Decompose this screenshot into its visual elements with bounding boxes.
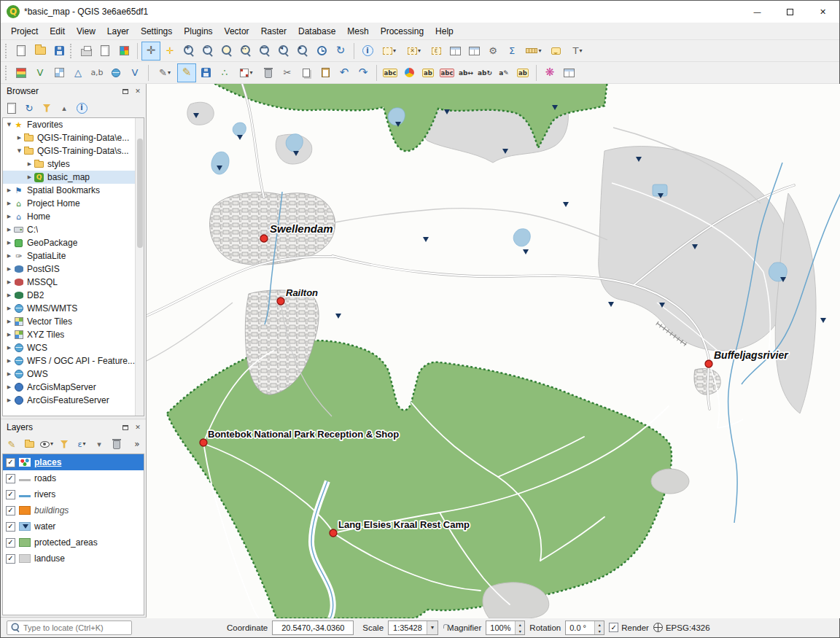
browser-item-spatial-bookmarks[interactable]: ▶⚑Spatial Bookmarks	[3, 184, 144, 197]
layer-diagram-button[interactable]	[400, 63, 419, 82]
zoom-out-button[interactable]: −	[198, 42, 217, 61]
curved-labels-button[interactable]: ab	[513, 63, 532, 82]
layer-checkbox[interactable]: ✓	[6, 458, 15, 467]
chevron-down-icon[interactable]: ▼	[5, 122, 13, 128]
chevron-right-icon[interactable]: ▶	[5, 254, 13, 259]
zoom-to-selection-button[interactable]: ∴	[236, 42, 255, 61]
decorations-button[interactable]: ❋	[540, 63, 559, 82]
magnifier-spin[interactable]: 100% ▴▾	[486, 621, 525, 635]
browser-item-mssql[interactable]: ▶MSSQL	[3, 276, 144, 289]
menu-vector[interactable]: Vector	[219, 24, 255, 39]
open-attribute-table-button[interactable]	[446, 42, 464, 61]
text-annotation-button[interactable]: T▾	[565, 42, 590, 61]
chevron-right-icon[interactable]: ▶	[5, 332, 13, 338]
browser-item-styles[interactable]: ▶styles	[3, 157, 144, 171]
layer-checkbox[interactable]: ✓	[6, 554, 15, 564]
save-layer-edits-button[interactable]	[196, 63, 215, 82]
render-checkbox[interactable]: ✓ Render	[609, 623, 649, 632]
browser-item-db2[interactable]: ▶DB2	[3, 289, 144, 302]
menu-help[interactable]: Help	[429, 24, 459, 39]
new-project-button[interactable]	[12, 42, 31, 61]
browser-item-vector-tiles[interactable]: ▶Vector Tiles	[3, 315, 144, 328]
browser-collapse-all-button[interactable]: ▴	[56, 100, 72, 116]
layer-checkbox[interactable]: ✓	[6, 522, 15, 532]
select-by-expression-button[interactable]: ε	[427, 42, 446, 61]
chevron-right-icon[interactable]: ▶	[5, 227, 13, 233]
browser-item-wms[interactable]: ▶WMS/WMTS	[3, 302, 144, 315]
grid-tool-button[interactable]	[559, 63, 578, 82]
browser-item-spatialite[interactable]: ▶✑SpatiaLite	[3, 249, 144, 262]
rotate-label-button[interactable]: ab↻	[475, 63, 494, 82]
remove-layer-button[interactable]	[109, 436, 125, 452]
browser-item-training-data-e[interactable]: ▶QGIS-Training-Data\e...	[3, 131, 144, 144]
statistics-button[interactable]: Σ	[502, 42, 521, 61]
menu-edit[interactable]: Edit	[44, 24, 71, 39]
browser-item-wcs[interactable]: ▶WCS	[3, 341, 144, 354]
vertex-tool-button[interactable]: ▾	[234, 63, 259, 82]
toolbar-grip[interactable]	[70, 44, 74, 58]
chevron-right-icon[interactable]: ▶	[5, 280, 13, 285]
layer-item-rivers[interactable]: ✓rivers	[3, 486, 144, 502]
manage-map-themes-button[interactable]: ▾	[39, 436, 55, 452]
layers-panel-header[interactable]: Layers ✕	[1, 420, 146, 435]
browser-item-xyz-tiles[interactable]: ▶XYZ Tiles	[3, 328, 144, 341]
zoom-next-button[interactable]: ▸	[293, 42, 312, 61]
browser-properties-button[interactable]: i	[74, 100, 90, 116]
toggle-editing-button[interactable]: ✎	[177, 63, 196, 82]
layers-close-button[interactable]: ✕	[133, 422, 143, 432]
browser-item-ows[interactable]: ▶OWS	[3, 367, 144, 381]
add-delimited-text-button[interactable]: a,b	[88, 63, 106, 82]
zoom-in-button[interactable]: +	[179, 42, 198, 61]
identify-features-button[interactable]: i	[358, 42, 377, 61]
chevron-right-icon[interactable]: ▶	[5, 293, 13, 298]
chevron-down-icon[interactable]: ▼	[15, 149, 23, 154]
browser-close-button[interactable]: ✕	[133, 86, 143, 96]
layer-item-roads[interactable]: ✓roads	[3, 470, 144, 486]
layer-labeling-button[interactable]: abc	[381, 63, 400, 82]
new-print-layout-button[interactable]	[77, 42, 96, 61]
chevron-right-icon[interactable]: ▶	[26, 175, 34, 180]
minimize-button[interactable]: —	[741, 1, 774, 23]
menu-raster[interactable]: Raster	[255, 24, 292, 39]
rotation-spin[interactable]: 0.0 ° ▴▾	[565, 621, 604, 635]
highlight-pinned-labels-button[interactable]: abc	[438, 63, 456, 82]
map-canvas[interactable]: Swellendam Railton Buffeljagsrivier Bont…	[147, 84, 839, 617]
browser-scrollbar[interactable]	[135, 118, 144, 416]
chevron-right-icon[interactable]: ▶	[5, 398, 13, 403]
menu-database[interactable]: Database	[292, 24, 341, 39]
save-project-button[interactable]	[50, 42, 69, 61]
add-mesh-layer-button[interactable]: △	[69, 63, 88, 82]
browser-float-button[interactable]	[120, 86, 131, 96]
scale-value[interactable]: 1:35428	[389, 623, 427, 632]
chevron-right-icon[interactable]: ▶	[5, 214, 13, 219]
browser-item-arcgis-feature-server[interactable]: ▶ArcGisFeatureServer	[3, 394, 144, 407]
copy-features-button[interactable]	[297, 63, 316, 82]
measure-button[interactable]: ▾	[521, 42, 546, 61]
rotation-value[interactable]: 0.0 °	[569, 623, 594, 632]
add-selected-layers-button[interactable]	[4, 100, 20, 116]
expand-all-button[interactable]: ▾	[91, 436, 107, 452]
open-project-button[interactable]	[31, 42, 50, 61]
menu-view[interactable]: View	[71, 24, 101, 39]
chevron-right-icon[interactable]: ▶	[5, 188, 13, 193]
chevron-right-icon[interactable]: ▶	[15, 136, 23, 141]
chevron-right-icon[interactable]: ▶	[5, 201, 13, 206]
chevron-right-icon[interactable]: ▶	[5, 306, 13, 311]
browser-item-home[interactable]: ▶⌂Home	[3, 210, 144, 223]
layer-item-buildings[interactable]: ✓buildings	[3, 502, 144, 518]
pan-map-button[interactable]: ✛	[141, 42, 160, 61]
style-manager-button[interactable]	[114, 42, 133, 61]
layers-toolbar-overflow[interactable]: »	[131, 440, 143, 448]
locate-search[interactable]	[7, 621, 132, 635]
layer-checkbox[interactable]: ✓	[6, 506, 15, 516]
spin-arrows[interactable]: ▴▾	[515, 621, 524, 634]
move-label-button[interactable]: ab↔	[456, 63, 475, 82]
browser-item-project-home[interactable]: ▶⌂Project Home	[3, 197, 144, 210]
browser-item-arcgis-map-server[interactable]: ▶ArcGisMapServer	[3, 381, 144, 394]
delete-selected-button[interactable]	[259, 63, 278, 82]
layers-float-button[interactable]	[120, 422, 131, 432]
layer-checkbox[interactable]: ✓	[6, 490, 15, 499]
chevron-right-icon[interactable]: ▶	[5, 372, 13, 377]
pin-labels-button[interactable]: ab	[419, 63, 438, 82]
toolbar-grip[interactable]	[5, 44, 9, 58]
